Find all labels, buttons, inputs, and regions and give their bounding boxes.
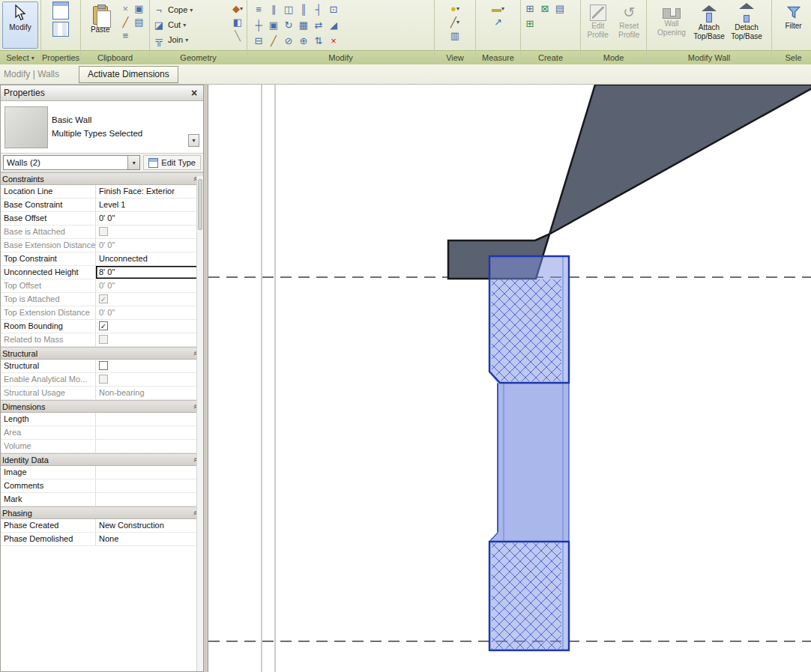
property-value[interactable]: 8' 0" (96, 266, 203, 279)
split-face-icon[interactable]: ◧ (231, 15, 244, 28)
swap-icon[interactable]: ⇅ (312, 34, 325, 48)
property-value[interactable] (96, 493, 203, 506)
section-header-identity-data[interactable]: Identity Data» (1, 453, 203, 466)
cut-to-clipboard-icon[interactable]: × (118, 1, 132, 15)
section-header-constraints[interactable]: Constraints» (1, 172, 203, 185)
property-value[interactable]: ✓ (96, 293, 203, 306)
chevron-down-icon[interactable]: ▾ (127, 156, 139, 169)
property-value[interactable]: Level 1 (96, 199, 203, 211)
property-value[interactable]: 0' 0" (96, 212, 203, 225)
delete-icon[interactable]: × (327, 34, 340, 48)
create-sheet-icon[interactable]: ▤ (553, 1, 567, 15)
filter-button[interactable]: Filter (776, 1, 811, 49)
edit-profile-button[interactable]: Edit Profile (583, 1, 613, 49)
panel-label-modify-wall[interactable]: Modify Wall (647, 50, 771, 64)
selection-filter-dropdown[interactable]: Walls (2) ▾ (3, 155, 140, 170)
match-type-icon[interactable]: ╱ (267, 34, 280, 48)
panel-label-properties[interactable]: Properties (41, 50, 80, 64)
property-value[interactable] (96, 333, 203, 346)
mirror-icon[interactable]: ◫ (282, 3, 295, 16)
checkbox[interactable]: ✓ (99, 294, 108, 303)
cut-button[interactable]: ◪Cut▾ (152, 17, 229, 32)
close-icon[interactable]: × (188, 87, 200, 99)
section-header-structural[interactable]: Structural» (1, 347, 203, 360)
property-value[interactable]: Finish Face: Exterior (96, 185, 203, 198)
measure-between-icon[interactable]: ↗ (478, 15, 518, 28)
modify-button[interactable]: Modify (2, 1, 38, 49)
pin-icon[interactable]: ⊡ (327, 3, 340, 16)
edit-type-button[interactable]: Edit Type (143, 155, 201, 170)
panel-label-create[interactable]: Create (521, 50, 580, 64)
wall-opening-button[interactable]: Wall Opening (654, 1, 690, 49)
property-value[interactable] (96, 479, 203, 492)
property-value[interactable]: 0' 0" (96, 279, 203, 292)
sheets-icon[interactable]: ▤ (132, 15, 145, 28)
panel-label-geometry[interactable]: Geometry (150, 50, 247, 64)
copy-to-clipboard-icon[interactable]: ▣ (132, 1, 145, 15)
linework-icon[interactable]: ╱▾ (437, 15, 473, 28)
panel-label-mode[interactable]: Mode (581, 50, 646, 64)
split-icon[interactable]: ║ (297, 3, 310, 16)
create-assembly-icon[interactable]: ⊠ (538, 1, 552, 15)
ruler-icon[interactable]: ▬▾ (478, 1, 518, 15)
rotate-icon[interactable]: ↻ (282, 19, 295, 32)
align-icon[interactable]: ≡ (252, 3, 265, 16)
wall-core-fill[interactable] (489, 384, 569, 542)
cope-button[interactable]: ¬Cope▾ (152, 2, 229, 17)
move-icon[interactable]: ┼ (252, 19, 265, 32)
property-value[interactable] (96, 466, 203, 479)
palette-scrollbar[interactable] (196, 176, 203, 671)
unpin-icon[interactable]: ⊟ (252, 34, 265, 48)
section-view[interactable] (208, 85, 811, 672)
panel-label-view[interactable]: View (435, 50, 475, 64)
property-value[interactable]: None (96, 533, 203, 545)
detach-top-base-button[interactable]: Detach Top/Base (729, 1, 765, 49)
list-icon[interactable]: ≡ (118, 28, 132, 42)
mirror-project-icon[interactable]: ⇄ (312, 19, 325, 32)
drawing-area[interactable] (208, 85, 811, 672)
trim-icon[interactable]: ┤ (312, 3, 325, 16)
property-value[interactable] (96, 360, 203, 372)
property-value[interactable] (96, 373, 203, 386)
property-value[interactable] (96, 426, 203, 439)
property-value[interactable] (96, 440, 203, 452)
roof-section[interactable] (448, 85, 811, 279)
attach-top-base-button[interactable]: Attach Top/Base (691, 1, 727, 49)
section-header-phasing[interactable]: Phasing» (1, 506, 203, 519)
create-parts-icon[interactable]: ⊞ (523, 1, 537, 15)
checkbox[interactable] (99, 375, 108, 384)
palette-header[interactable]: Properties × (1, 85, 203, 101)
properties-palette-icon[interactable] (52, 1, 69, 19)
copy-icon[interactable]: ▣ (267, 19, 280, 32)
wall-hatch-top[interactable] (492, 279, 561, 381)
view-region-icon[interactable]: ▥ (437, 28, 473, 42)
match-properties-icon[interactable]: ╱ (118, 15, 132, 28)
property-value[interactable]: Non-bearing (96, 387, 203, 399)
property-value[interactable] (96, 225, 203, 238)
reset-profile-button[interactable]: ↺ Reset Profile (615, 1, 645, 49)
property-value[interactable]: Unconnected (96, 252, 203, 265)
paint-icon[interactable]: ◆▾ (231, 1, 244, 15)
checkbox[interactable] (99, 335, 108, 344)
panel-label-measure[interactable]: Measure (476, 50, 520, 64)
paste-button[interactable]: Paste (83, 1, 117, 49)
activate-dimensions-button[interactable]: Activate Dimensions (79, 66, 178, 83)
property-value[interactable]: New Construction (96, 519, 203, 532)
checkbox[interactable] (99, 227, 108, 236)
create-similar-icon[interactable]: ⊞ (523, 16, 537, 30)
scale-icon[interactable]: ◢ (327, 19, 340, 32)
property-value[interactable] (96, 413, 203, 426)
checkbox[interactable] (99, 361, 108, 370)
offset-icon[interactable]: ∥ (267, 3, 280, 16)
property-value[interactable]: 0' 0" (96, 239, 203, 252)
section-header-dimensions[interactable]: Dimensions» (1, 400, 203, 413)
selected-wall[interactable] (489, 256, 569, 650)
join-geometry-icon[interactable]: ⊕ (297, 34, 310, 48)
checkbox[interactable]: ✓ (99, 321, 108, 330)
properties-secondary-icon[interactable] (52, 22, 69, 37)
property-value[interactable]: ✓ (96, 320, 203, 333)
property-value[interactable]: 0' 0" (96, 306, 203, 319)
panel-label-select[interactable]: Select▾ (0, 50, 40, 64)
toggle-light-icon[interactable]: ●▾ (437, 1, 473, 15)
array-icon[interactable]: ▦ (297, 19, 310, 32)
